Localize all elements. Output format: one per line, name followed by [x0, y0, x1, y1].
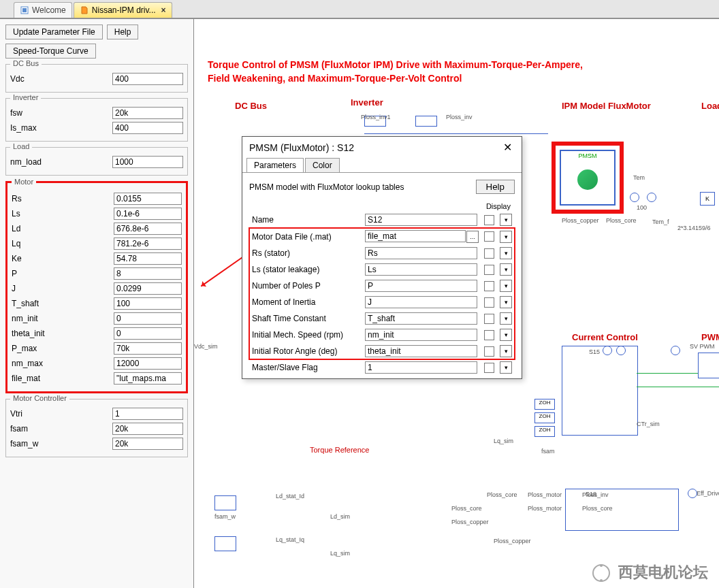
tab-parameters[interactable]: Parameters	[246, 158, 304, 172]
theta-init-input[interactable]	[114, 327, 182, 340]
block[interactable]	[415, 116, 437, 127]
net-label: Tem	[633, 174, 645, 181]
param-label: Name	[249, 212, 362, 228]
nm-init-input[interactable]	[114, 312, 182, 325]
probe[interactable]	[603, 346, 612, 355]
display-checkbox[interactable]	[484, 314, 494, 324]
svpwm-block[interactable]	[698, 353, 719, 378]
display-checkbox[interactable]	[484, 297, 494, 308]
speed-torque-button[interactable]: Speed-Torque Curve	[5, 44, 96, 59]
tab-welcome[interactable]: Welcome	[14, 2, 72, 18]
close-icon[interactable]: ✕	[500, 141, 515, 154]
rs-input[interactable]	[114, 193, 182, 205]
net-label: Ploss_core	[451, 505, 482, 512]
table-row: Master/Slave Flag ▾	[249, 359, 515, 376]
browse-button[interactable]: ...	[466, 231, 479, 243]
dialog-help-button[interactable]: Help	[476, 180, 515, 194]
display-checkbox[interactable]	[484, 231, 494, 242]
net-label: Lq_sim	[494, 438, 513, 444]
fsam-input[interactable]	[112, 423, 183, 435]
file-input[interactable]	[365, 230, 466, 242]
svg-rect-1	[22, 8, 27, 12]
gain-block[interactable]: K	[700, 192, 715, 206]
poles-input[interactable]	[365, 280, 477, 292]
dropdown-icon[interactable]: ▾	[500, 280, 512, 292]
probe[interactable]	[688, 489, 697, 498]
net-label: Ploss_copper	[562, 217, 599, 224]
zoh-block[interactable]	[214, 536, 236, 551]
display-checkbox[interactable]	[484, 248, 494, 259]
tab-color[interactable]: Color	[305, 158, 340, 172]
probe[interactable]	[647, 193, 656, 202]
net-label: Ploss_copper	[451, 519, 489, 525]
dropdown-icon[interactable]: ▾	[500, 247, 512, 259]
zoh-block[interactable]: ZOH	[534, 399, 555, 410]
t-shaft-input[interactable]	[114, 297, 182, 310]
schematic-title: Torque Control of PMSM (FluxMotor IPM) D…	[208, 59, 583, 85]
dropdown-icon[interactable]: ▾	[500, 345, 512, 357]
group-dcbus: DC Bus Vdc	[5, 64, 188, 93]
vdc-input[interactable]	[112, 73, 183, 85]
p-max-input[interactable]	[114, 342, 182, 355]
schematic-canvas[interactable]: Torque Control of PMSM (FluxMotor IPM) D…	[194, 19, 719, 588]
param-label: fsam_w	[10, 439, 112, 448]
probe[interactable]	[616, 346, 626, 355]
ke-input[interactable]	[114, 252, 182, 265]
rs-input[interactable]	[365, 247, 477, 259]
probe[interactable]	[630, 193, 639, 202]
param-label: Number of Poles P	[249, 278, 362, 294]
shaft-input[interactable]	[365, 312, 477, 325]
fsam-w-input[interactable]	[112, 438, 183, 450]
j-input[interactable]	[114, 282, 182, 295]
dropdown-icon[interactable]: ▾	[500, 214, 512, 226]
init-angle-input[interactable]	[365, 345, 477, 357]
lq-input[interactable]	[114, 238, 182, 250]
ipm-block[interactable]: PMSM	[560, 150, 616, 206]
display-checkbox[interactable]	[484, 215, 494, 225]
help-button[interactable]: Help	[107, 24, 139, 39]
wechat-icon	[592, 564, 610, 582]
inertia-input[interactable]	[365, 296, 477, 308]
tab-file[interactable]: Nissan-IPM driv... ×	[74, 2, 172, 18]
ls-input[interactable]	[365, 263, 477, 276]
dropdown-icon[interactable]: ▾	[500, 231, 512, 243]
display-checkbox[interactable]	[484, 363, 494, 373]
display-checkbox[interactable]	[484, 265, 494, 275]
param-label: Motor Data File (.mat)	[249, 228, 362, 245]
ls-input[interactable]	[114, 208, 182, 220]
dropdown-icon[interactable]: ▾	[500, 263, 512, 276]
zoh-block[interactable]	[214, 495, 236, 510]
p-input[interactable]	[114, 267, 182, 280]
dropdown-icon[interactable]: ▾	[500, 361, 512, 374]
dropdown-icon[interactable]: ▾	[500, 329, 512, 341]
probe[interactable]	[671, 346, 680, 355]
update-parameter-button[interactable]: Update Parameter File	[5, 24, 103, 39]
parameter-panel: Update Parameter File Help Speed-Torque …	[0, 19, 194, 588]
file-mat-input[interactable]	[114, 372, 182, 385]
param-label: Moment of Inertia	[249, 294, 362, 310]
dropdown-icon[interactable]: ▾	[500, 312, 512, 325]
display-checkbox[interactable]	[484, 330, 494, 340]
nm-load-input[interactable]	[112, 156, 183, 168]
zoh-block[interactable]: ZOH	[534, 412, 555, 423]
dropdown-icon[interactable]: ▾	[500, 296, 512, 308]
close-icon[interactable]: ×	[161, 5, 166, 15]
name-input[interactable]	[365, 214, 477, 226]
ipm-block-highlight: PMSM	[552, 142, 624, 214]
vtri-input[interactable]	[112, 408, 183, 420]
display-checkbox[interactable]	[484, 281, 494, 291]
fsw-input[interactable]	[112, 107, 183, 119]
ld-input[interactable]	[114, 223, 182, 235]
param-label: J	[12, 284, 114, 293]
net-label: Ploss_inv1	[361, 114, 391, 120]
master-slave-input[interactable]	[365, 361, 477, 374]
current-control-block[interactable]	[562, 346, 638, 436]
nm-max-input[interactable]	[114, 357, 182, 370]
table-row: Ls (stator leakage) ▾	[249, 261, 515, 278]
display-checkbox[interactable]	[484, 346, 494, 357]
is-max-input[interactable]	[112, 122, 183, 134]
init-speed-input[interactable]	[365, 329, 477, 341]
zoh-block[interactable]: ZOH	[534, 426, 555, 437]
net-label: Ploss_core	[487, 491, 517, 498]
app-icon	[20, 5, 29, 15]
